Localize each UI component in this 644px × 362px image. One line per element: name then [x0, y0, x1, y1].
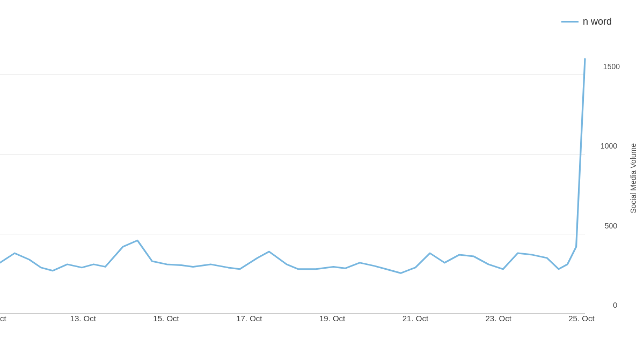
y-tick-1000: 1000: [601, 142, 617, 150]
x-tick-17oct: 17. Oct: [236, 314, 262, 323]
chart-area: 0 500 1000 1500: [0, 43, 585, 314]
x-tick-13oct: 13. Oct: [70, 314, 96, 323]
legend-label: n word: [583, 16, 612, 27]
y-tick-0: 0: [613, 301, 617, 309]
y-tick-1500: 1500: [603, 62, 620, 71]
x-tick-21oct: 21. Oct: [402, 314, 428, 323]
x-tick-15oct: 15. Oct: [153, 314, 179, 323]
x-tick-oct: Oct: [0, 314, 6, 323]
x-axis: Oct 13. Oct 15. Oct 17. Oct 19. Oct 21. …: [0, 314, 585, 362]
x-tick-23oct: 23. Oct: [485, 314, 511, 323]
x-tick-19oct: 19. Oct: [319, 314, 345, 323]
legend-line-indicator: [561, 21, 579, 23]
line-chart-svg: [0, 43, 585, 314]
chart-legend: n word: [561, 16, 612, 27]
x-tick-25oct: 25. Oct: [568, 314, 594, 323]
y-tick-500: 500: [605, 221, 617, 230]
chart-container: n word Social Media Volume 0 500 1000 15…: [0, 0, 644, 362]
y-axis-label: Social Media Volume: [629, 143, 638, 213]
